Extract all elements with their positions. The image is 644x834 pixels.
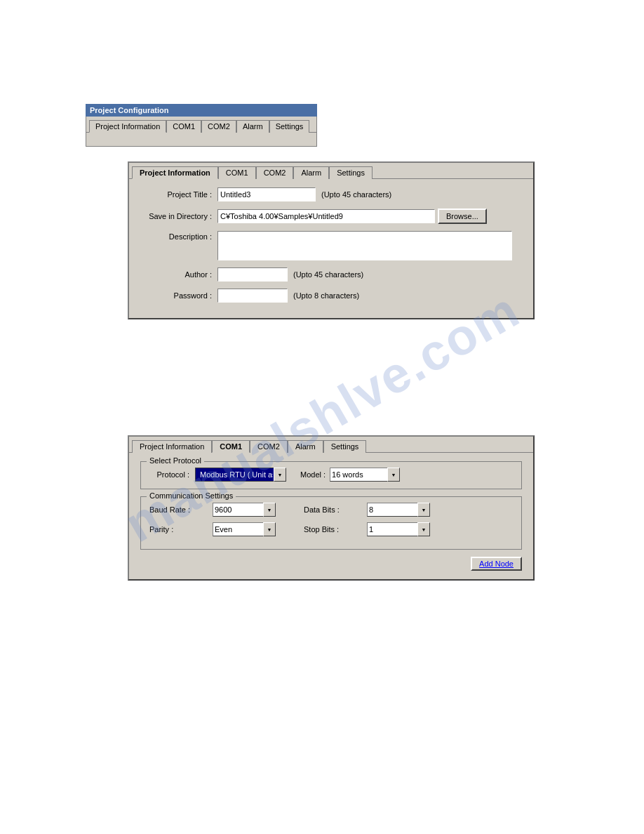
model-select[interactable]: 16 words 32 words 64 words: [330, 468, 400, 482]
protocol-label: Protocol :: [149, 470, 195, 479]
panel2: Project Information COM1 COM2 Alarm Sett…: [128, 435, 535, 581]
panel1-body: Project Title : (Upto 45 characters) Sav…: [129, 178, 533, 318]
add-node-button[interactable]: Add Node: [471, 557, 522, 571]
p2-tab-settings[interactable]: Settings: [323, 440, 367, 453]
parity-wrapper: None Even Odd ▼: [213, 522, 276, 536]
small-tab-com1[interactable]: COM1: [166, 120, 201, 133]
small-tab-strip: Project Information COM1 COM2 Alarm Sett…: [86, 117, 317, 133]
stop-bits-select[interactable]: 1 2: [367, 522, 430, 536]
parity-select[interactable]: None Even Odd: [213, 522, 276, 536]
p2-tab-com1[interactable]: COM1: [212, 440, 250, 453]
author-input[interactable]: [217, 267, 288, 282]
protocol-select[interactable]: Modbus RTU ( Unit as M: [195, 468, 286, 482]
p2-tab-project-info[interactable]: Project Information: [132, 440, 212, 453]
baud-rate-wrapper: 1200 2400 4800 9600 19200 38400 ▼: [213, 503, 276, 517]
data-bits-label: Data Bits :: [304, 505, 353, 514]
small-widget: Project Configuration Project Informatio…: [86, 104, 317, 147]
description-row: Description :: [140, 231, 522, 260]
project-title-hint: (Upto 45 characters): [321, 190, 391, 199]
p2-tab-alarm[interactable]: Alarm: [288, 440, 323, 453]
protocol-row: Protocol : Modbus RTU ( Unit as M ▼ Mode…: [149, 468, 513, 482]
small-tab-com2[interactable]: COM2: [201, 120, 236, 133]
panel1-tabs: Project Information COM1 COM2 Alarm Sett…: [129, 163, 533, 178]
baud-data-row: Baud Rate : 1200 2400 4800 9600 19200 38…: [149, 503, 513, 517]
p1-tab-com2[interactable]: COM2: [256, 166, 294, 179]
small-tab-project-info[interactable]: Project Information: [89, 120, 166, 133]
save-dir-input[interactable]: [217, 209, 435, 223]
baud-rate-select[interactable]: 1200 2400 4800 9600 19200 38400: [213, 503, 276, 517]
select-protocol-title: Select Protocol: [147, 456, 204, 465]
panel2-tabs: Project Information COM1 COM2 Alarm Sett…: [129, 437, 533, 452]
model-label: Model :: [300, 470, 326, 479]
stop-bits-label: Stop Bits :: [304, 525, 353, 534]
project-title-input[interactable]: [217, 187, 316, 201]
comm-settings-group: Communication Settings Baud Rate : 1200 …: [140, 496, 522, 550]
author-row: Author : (Upto 45 characters): [140, 267, 522, 282]
parity-stop-row: Parity : None Even Odd ▼ Stop Bits : 1 2: [149, 522, 513, 536]
comm-settings-title: Communication Settings: [147, 491, 236, 500]
project-title-label: Project Title :: [140, 190, 217, 199]
data-bits-select[interactable]: 7 8: [367, 503, 430, 517]
small-title-text: Project Configuration: [90, 106, 168, 114]
password-label: Password :: [140, 291, 217, 300]
small-tab-content: [86, 133, 317, 147]
model-select-wrapper: 16 words 32 words 64 words ▼: [330, 468, 400, 482]
add-node-row: Add Node: [140, 557, 522, 571]
password-row: Password : (Upto 8 characters): [140, 289, 522, 303]
save-dir-label: Save in Directory :: [140, 212, 217, 220]
small-tab-alarm[interactable]: Alarm: [236, 120, 269, 133]
description-label: Description :: [140, 231, 217, 241]
description-input[interactable]: [217, 231, 512, 260]
data-bits-wrapper: 7 8 ▼: [367, 503, 430, 517]
panel1: Project Information COM1 COM2 Alarm Sett…: [128, 161, 535, 319]
panel2-body: Select Protocol Protocol : Modbus RTU ( …: [129, 452, 533, 579]
p1-tab-com1[interactable]: COM1: [218, 166, 256, 179]
p1-tab-project-info[interactable]: Project Information: [132, 166, 218, 179]
small-tab-settings[interactable]: Settings: [269, 120, 310, 133]
password-hint: (Upto 8 characters): [293, 291, 359, 300]
author-hint: (Upto 45 characters): [293, 270, 363, 279]
baud-rate-label: Baud Rate :: [149, 505, 199, 514]
select-protocol-group: Select Protocol Protocol : Modbus RTU ( …: [140, 461, 522, 489]
browse-button[interactable]: Browse...: [438, 208, 487, 224]
stop-bits-wrapper: 1 2 ▼: [367, 522, 430, 536]
p1-tab-alarm[interactable]: Alarm: [293, 166, 329, 179]
p1-tab-settings[interactable]: Settings: [329, 166, 373, 179]
protocol-select-wrapper: Modbus RTU ( Unit as M ▼: [195, 468, 286, 482]
author-label: Author :: [140, 270, 217, 279]
small-title-bar: Project Configuration: [86, 104, 317, 117]
project-title-row: Project Title : (Upto 45 characters): [140, 187, 522, 201]
p2-tab-com2[interactable]: COM2: [250, 440, 288, 453]
save-dir-row: Save in Directory : Browse...: [140, 208, 522, 224]
parity-label: Parity :: [149, 525, 199, 534]
password-input[interactable]: [217, 289, 288, 303]
